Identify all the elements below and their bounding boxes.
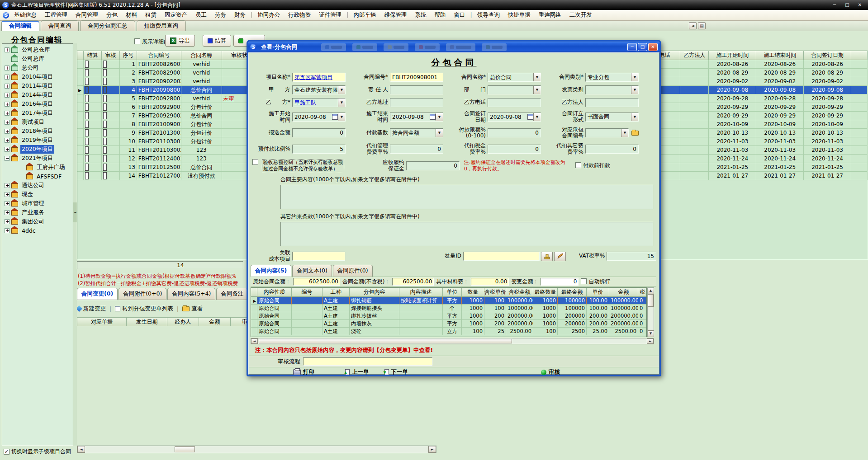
settle-cell[interactable]: [84, 112, 102, 120]
chevron-down-icon[interactable]: ▼: [338, 99, 345, 107]
audit-checkbox[interactable]: [103, 138, 107, 145]
chevron-down-icon[interactable]: ▼: [338, 86, 345, 94]
tree-item-label[interactable]: 2014年项目: [20, 91, 54, 99]
main-tab[interactable]: 合同查询: [41, 20, 79, 31]
checkbox-box[interactable]: [575, 162, 581, 168]
tree-expand-icon[interactable]: [5, 219, 9, 224]
tree-item[interactable]: 2018年项目: [2, 127, 73, 136]
tree-expand-icon[interactable]: [5, 192, 9, 197]
audit-checkbox[interactable]: [103, 129, 107, 136]
settle-checkbox[interactable]: [85, 138, 89, 145]
audit-cell[interactable]: [102, 137, 120, 146]
content-row[interactable]: 原始合同 A土建 绑扎钢筋 按吨或面积计算 平方 1000 100 100000…: [251, 297, 646, 305]
dialog-close-icon[interactable]: ✕: [648, 43, 658, 51]
main-tab[interactable]: 合同分包商汇总: [80, 20, 135, 31]
print-button[interactable]: 打印: [293, 368, 314, 376]
prev-button[interactable]: 上一单: [345, 368, 369, 376]
settle-cell[interactable]: [84, 172, 102, 180]
tree-item[interactable]: 2011年项目: [2, 81, 73, 90]
scroll-right-icon[interactable]: ►: [647, 338, 654, 344]
menu-item[interactable]: 帮助: [430, 10, 450, 19]
tree-item-label[interactable]: 4ddc: [20, 227, 37, 235]
start-date-field[interactable]: 2020-09-08▼: [292, 113, 346, 122]
calendar-icon[interactable]: [332, 114, 338, 120]
audit-cell[interactable]: [102, 94, 120, 103]
new-change-button[interactable]: 新建变更: [77, 305, 106, 313]
menu-item[interactable]: 材料: [122, 10, 141, 19]
duty-person-field[interactable]: [390, 85, 443, 94]
tree-item-label[interactable]: AFSFSDF: [35, 173, 63, 180]
settle-checkbox[interactable]: [85, 86, 89, 94]
tree-item-label[interactable]: 2018年项目: [20, 127, 54, 136]
tree-item-label[interactable]: 2011年项目: [20, 82, 54, 90]
scrollbar-thumb[interactable]: [648, 294, 654, 307]
settle-cell[interactable]: [84, 155, 102, 163]
next-button[interactable]: 下一单: [384, 368, 408, 376]
audit-button[interactable]: 审核: [541, 368, 560, 376]
chevron-down-icon[interactable]: ▼: [436, 129, 443, 137]
audit-checkbox[interactable]: [103, 61, 107, 68]
menu-item[interactable]: 合同管理: [71, 10, 102, 19]
settle-checkbox[interactable]: [85, 121, 89, 128]
tree-item-label[interactable]: 2010年项目: [20, 73, 54, 81]
menu-item[interactable]: 员工: [191, 10, 211, 19]
settle-checkbox[interactable]: [85, 61, 89, 68]
scrollbar-thumb[interactable]: [259, 339, 512, 343]
tree-item-label[interactable]: 集团公司: [20, 217, 46, 226]
menu-item[interactable]: 劳务: [211, 10, 230, 19]
chevron-down-icon[interactable]: ▼: [631, 73, 638, 81]
goto-change-list-button[interactable]: 转到分包变更单列表: [115, 305, 173, 313]
tree-expand-icon[interactable]: [5, 102, 9, 107]
contract-name-select[interactable]: 总价合同▼: [488, 73, 541, 82]
settle-button[interactable]: 结算: [203, 35, 231, 47]
tree-item[interactable]: 2014年项目: [2, 90, 73, 99]
prepay-ratio-field[interactable]: 5: [292, 145, 346, 154]
menu-item[interactable]: 系统: [411, 10, 430, 19]
chevron-down-icon[interactable]: ▼: [533, 73, 541, 81]
tree-expand-icon[interactable]: [5, 47, 9, 52]
pay-limit-field[interactable]: 0: [488, 128, 541, 137]
audit-cell[interactable]: [102, 129, 120, 137]
settle-cell[interactable]: [84, 146, 102, 155]
tree-expand-icon[interactable]: [5, 228, 9, 233]
scroll-right-icon[interactable]: ►: [428, 446, 436, 453]
menu-item[interactable]: 财务: [230, 10, 250, 19]
tree-expand-icon[interactable]: [5, 129, 9, 134]
end-date-field[interactable]: 2020-09-08▼: [390, 113, 443, 122]
acceptance-control-checkbox[interactable]: 验收总额控制（当累计执行验收总额 超过合同金额不允许保存验收单）: [252, 159, 362, 173]
tree-expand-icon[interactable]: [5, 75, 9, 80]
tree-expand-icon[interactable]: [5, 156, 9, 161]
tree-item[interactable]: 2010年项目: [2, 72, 73, 81]
tree-item[interactable]: 城市管理: [2, 199, 73, 208]
tree-item[interactable]: 产业服务: [2, 208, 73, 217]
b-address-field[interactable]: [390, 98, 443, 107]
dialog-tab[interactable]: 合同文本(0): [292, 265, 332, 277]
settle-checkbox[interactable]: [85, 95, 89, 102]
tree-item-label[interactable]: 2019年项目: [20, 136, 54, 145]
menu-item[interactable]: 快捷单据: [504, 10, 535, 19]
checkbox-box[interactable]: ✓: [4, 449, 9, 455]
tree-item[interactable]: AFSFSDF: [2, 172, 73, 181]
orig-contract-select[interactable]: ▼: [585, 128, 629, 137]
audit-cell[interactable]: [102, 120, 120, 129]
settle-cell[interactable]: [84, 77, 102, 86]
scroll-left-icon[interactable]: ◄: [251, 338, 258, 344]
content-hscrollbar[interactable]: ◄►: [251, 338, 654, 344]
tree-item[interactable]: 集团公司: [2, 217, 73, 226]
invoice-type-select[interactable]: ▼: [585, 85, 639, 94]
lower-tab[interactable]: 合同附件(0+0): [119, 288, 166, 300]
sign-date-field[interactable]: 2020-09-08▼: [488, 113, 541, 122]
audit-checkbox[interactable]: [103, 112, 107, 119]
settle-cell[interactable]: [84, 86, 102, 94]
menu-item[interactable]: 证件管理: [315, 10, 346, 19]
tree-item[interactable]: 总公司: [2, 63, 73, 72]
audit-cell[interactable]: [102, 86, 120, 94]
tree-item[interactable]: 通达公司: [2, 181, 73, 190]
audit-checkbox[interactable]: [103, 86, 107, 94]
settle-checkbox[interactable]: [85, 129, 89, 136]
settle-checkbox[interactable]: [85, 155, 89, 162]
scroll-up-icon[interactable]: ▲: [648, 288, 654, 294]
main-tab[interactable]: 合同编辑: [1, 20, 39, 31]
tree-expand-icon[interactable]: [5, 111, 9, 116]
tree-expand-icon[interactable]: [5, 66, 9, 70]
